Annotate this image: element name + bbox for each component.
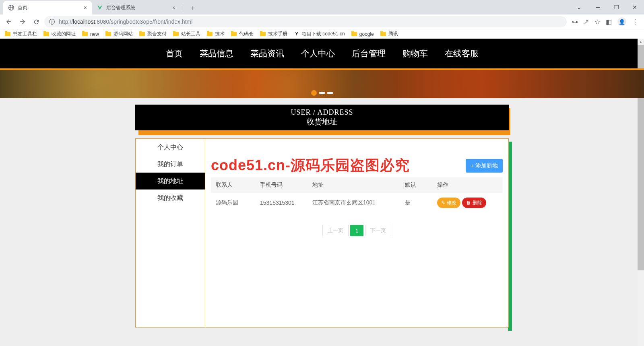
url-text: http://localhost:8080/springbootc3op5/fr… <box>59 19 562 25</box>
forward-button[interactable] <box>17 16 28 27</box>
edit-button[interactable]: ✎ 修改 <box>437 198 460 208</box>
folder-icon <box>43 32 49 36</box>
bookmark-item[interactable]: 技术手册 <box>260 31 287 37</box>
address-bar-row: i http://localhost:8080/springbootc3op5/… <box>0 14 644 29</box>
folder-icon <box>231 32 237 36</box>
bookmark-item[interactable]: 代码仓 <box>231 31 254 37</box>
nav-service[interactable]: 在线客服 <box>445 48 479 59</box>
close-icon[interactable]: × <box>172 4 175 11</box>
tab-title: 首页 <box>18 4 80 11</box>
prev-page-button[interactable]: 上一页 <box>322 225 349 236</box>
folder-icon <box>260 32 266 36</box>
folder-icon <box>351 32 357 36</box>
content-wrap: USER / ADDRESS 收货地址 个人中心 我的订单 我的地址 我的收藏 … <box>135 105 509 327</box>
menu-icon[interactable]: ⋮ <box>632 18 638 26</box>
table-row: 源码乐园 15315315301 江苏省南京市玄武区1001 是 ✎ 修改 <box>211 193 503 213</box>
carousel-dots <box>311 92 333 96</box>
nav-home[interactable]: 首页 <box>166 48 183 59</box>
folder-icon <box>82 32 88 36</box>
info-icon: i <box>49 19 55 25</box>
folder-icon <box>139 32 145 36</box>
nav-dishes[interactable]: 菜品信息 <box>200 48 233 59</box>
nav-news[interactable]: 菜品资讯 <box>250 48 284 59</box>
bookmark-item[interactable]: 源码网站 <box>105 31 133 37</box>
minimize-button[interactable]: ─ <box>588 0 607 14</box>
cell-actions: ✎ 修改 🗑 删除 <box>432 193 503 213</box>
bookmarks-bar: 书签工具栏 收藏的网址 new 源码网站 聚合支付 站长工具 技术 代码仓 技术… <box>0 29 644 39</box>
sidebar-item-orders[interactable]: 我的订单 <box>136 156 205 173</box>
maximize-button[interactable]: ❐ <box>607 0 625 14</box>
folder-icon <box>173 32 179 36</box>
tab-home[interactable]: 首页 × <box>3 1 92 14</box>
bookmark-item[interactable]: new <box>82 31 99 37</box>
profile-icon[interactable]: 👤 <box>617 17 626 26</box>
th-default: 默认 <box>400 177 432 193</box>
bookmark-item[interactable]: Y项目下载:code51.cn <box>294 31 345 37</box>
nav-admin[interactable]: 后台管理 <box>352 48 386 59</box>
main-box: 个人中心 我的订单 我的地址 我的收藏 code51.cn-源码乐园盗图必究 +… <box>135 138 509 327</box>
url-bar[interactable]: i http://localhost:8080/springbootc3op5/… <box>44 16 567 27</box>
th-contact: 联系人 <box>211 177 255 193</box>
browser-chrome: 首页 × 后台管理系统 × + ⌄ ─ ❐ ✕ i <box>0 0 644 39</box>
nav-cart[interactable]: 购物车 <box>402 48 428 59</box>
scroll-up-icon[interactable]: ▲ <box>638 39 644 45</box>
tab-title: 后台管理系统 <box>106 4 169 11</box>
th-action: 操作 <box>432 177 503 193</box>
y-icon: Y <box>294 31 299 37</box>
th-phone: 手机号码 <box>255 177 308 193</box>
cell-contact: 源码乐园 <box>211 193 255 213</box>
trash-icon: 🗑 <box>466 200 471 206</box>
close-window-button[interactable]: ✕ <box>625 0 644 14</box>
page-content: ▲ 首页 菜品信息 菜品资讯 个人中心 后台管理 购物车 在线客服 USER /… <box>0 39 644 327</box>
chevron-down-icon[interactable]: ⌄ <box>570 0 588 14</box>
carousel-dot-1[interactable] <box>311 90 317 96</box>
pencil-icon: ✎ <box>441 200 445 206</box>
reload-button[interactable] <box>31 16 42 27</box>
back-button[interactable] <box>3 16 14 27</box>
cell-phone: 15315315301 <box>255 193 308 213</box>
bookmark-item[interactable]: 书签工具栏 <box>5 31 37 37</box>
plus-icon: + <box>471 163 474 169</box>
bookmark-item[interactable]: 收藏的网址 <box>43 31 76 37</box>
new-tab-button[interactable]: + <box>187 2 198 14</box>
vue-icon <box>97 4 103 11</box>
add-address-button[interactable]: + 添加新地 <box>466 159 503 173</box>
folder-icon <box>207 32 213 36</box>
bookmark-item[interactable]: 腾讯 <box>380 31 398 37</box>
sidebar-item-address[interactable]: 我的地址 <box>136 173 205 189</box>
key-icon[interactable]: ⊶ <box>572 18 578 26</box>
carousel-dot-2[interactable] <box>319 92 325 94</box>
nav-profile[interactable]: 个人中心 <box>301 48 335 59</box>
carousel-dot-3[interactable] <box>327 92 333 94</box>
bookmark-item[interactable]: 聚合支付 <box>139 31 167 37</box>
bookmark-item[interactable]: 技术 <box>207 31 225 37</box>
address-table: 联系人 手机号码 地址 默认 操作 源码乐园 15315315301 江苏省南京… <box>211 177 503 213</box>
url-actions: ⊶ ↗ ☆ ◧ 👤 ⋮ <box>569 17 641 26</box>
watermark: code51.cn-源码乐园盗图必究 <box>211 156 410 175</box>
page-number-button[interactable]: 1 <box>350 225 363 236</box>
close-icon[interactable]: × <box>84 4 87 11</box>
window-controls: ⌄ ─ ❐ ✕ <box>570 0 644 14</box>
cell-address: 江苏省南京市玄武区1001 <box>308 193 400 213</box>
sidebar-item-favorites[interactable]: 我的收藏 <box>136 189 205 206</box>
star-icon[interactable]: ☆ <box>594 18 600 26</box>
tab-admin[interactable]: 后台管理系统 × <box>92 1 180 14</box>
sidebar-item-profile[interactable]: 个人中心 <box>136 139 205 156</box>
banner-carousel <box>0 68 644 98</box>
bookmark-item[interactable]: google <box>351 31 374 37</box>
delete-button[interactable]: 🗑 删除 <box>462 198 486 208</box>
title-en: USER / ADDRESS <box>291 108 353 117</box>
pagination: 上一页 1 下一页 <box>211 225 503 236</box>
share-icon[interactable]: ↗ <box>584 18 589 26</box>
page-title: USER / ADDRESS 收货地址 <box>135 105 509 130</box>
panel-icon[interactable]: ◧ <box>606 18 612 26</box>
folder-icon <box>380 32 386 36</box>
top-nav: 首页 菜品信息 菜品资讯 个人中心 后台管理 购物车 在线客服 <box>0 39 644 68</box>
globe-icon <box>8 4 14 11</box>
bookmark-item[interactable]: 站长工具 <box>173 31 200 37</box>
next-page-button[interactable]: 下一页 <box>365 225 391 236</box>
title-zh: 收货地址 <box>307 117 337 127</box>
table-header-row: 联系人 手机号码 地址 默认 操作 <box>211 177 503 193</box>
cell-default: 是 <box>400 193 432 213</box>
folder-icon <box>5 32 10 36</box>
